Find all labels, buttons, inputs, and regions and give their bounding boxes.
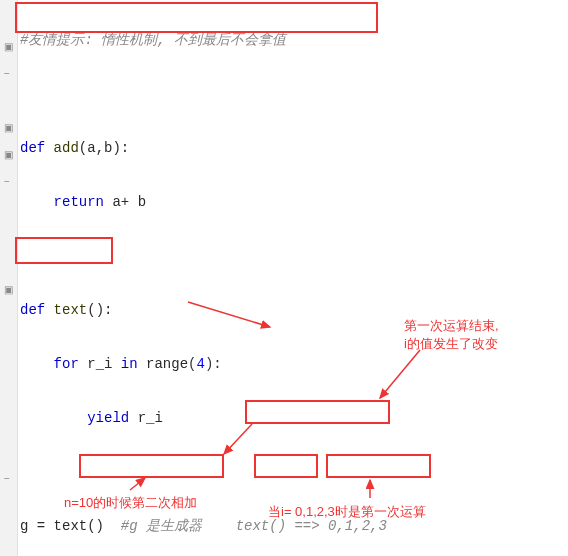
var: r_i [79, 356, 121, 372]
fold-icon[interactable]: ▣ [4, 141, 13, 168]
assign: g = text() [20, 518, 104, 534]
kw-in: in [121, 356, 138, 372]
fn-range: range [138, 356, 188, 372]
params: (a,b): [79, 140, 129, 156]
fn-name: text [45, 302, 87, 318]
kw-for: for [54, 356, 79, 372]
fold-icon[interactable]: − [4, 60, 10, 87]
code-area[interactable]: #友情提示: 惰性机制, 不到最后不会拿值 def add(a,b): retu… [20, 0, 568, 556]
params: (): [87, 302, 112, 318]
var: r_i [129, 410, 163, 426]
kw-yield: yield [87, 410, 129, 426]
fold-icon[interactable]: − [4, 465, 10, 492]
ann-first-i: 当i= 0,1,2,3时是第一次运算 [268, 498, 426, 525]
gutter: ▣ − ▣ ▣ − ▣ − [0, 0, 18, 556]
expr: a+ b [104, 194, 146, 210]
fold-icon[interactable]: ▣ [4, 114, 13, 141]
comment: #友情提示: 惰性机制, 不到最后不会拿值 [20, 32, 286, 48]
fn-name: add [45, 140, 79, 156]
fold-icon[interactable]: ▣ [4, 33, 13, 60]
fold-icon[interactable]: ▣ [4, 276, 13, 303]
kw-return: return [54, 194, 104, 210]
kw-def: def [20, 302, 45, 318]
kw-def: def [20, 140, 45, 156]
paren: ): [205, 356, 222, 372]
num: 4 [196, 356, 204, 372]
fold-icon[interactable]: − [4, 168, 10, 195]
ann-second-add: n=10的时候第二次相加 [64, 489, 197, 516]
ann-first-calc-b: i的值发生了改变 [404, 330, 498, 357]
